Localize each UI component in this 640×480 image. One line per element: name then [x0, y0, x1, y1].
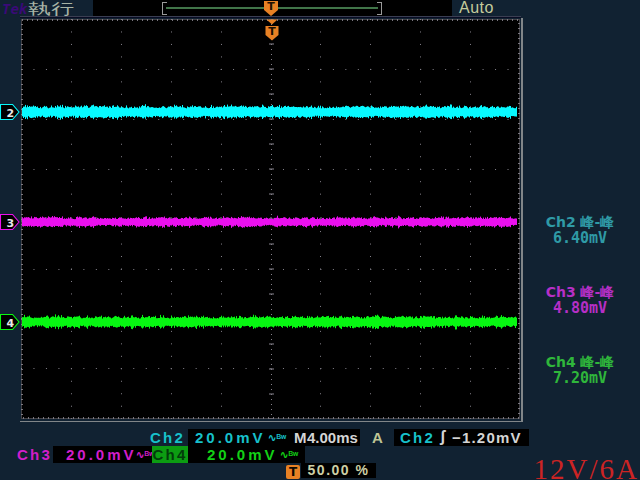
measurement-label: Ch3 峰-峰 [528, 284, 632, 300]
trigger-a-label: A [372, 429, 383, 446]
ch4-scale-box: 20.0mV∿ᴮʷ [188, 446, 305, 463]
channel-4-marker[interactable]: 4 [0, 314, 22, 332]
record-view-bar: T [93, 0, 452, 16]
ch3-label: Ch3 [17, 446, 52, 463]
ch2-scale: 20.0mV [195, 429, 266, 446]
bezel-right-line [521, 18, 523, 422]
trigger-mode-status: Auto [459, 0, 494, 17]
ch2-coupling-icon: ∿ᴮʷ [268, 429, 286, 446]
measurement-label: Ch2 峰-峰 [528, 214, 632, 230]
trigger-slope-icon: ʃ [440, 428, 445, 445]
svg-text:T: T [268, 25, 276, 38]
ch4-scale: 20.0mV [207, 446, 278, 463]
measurement-label: Ch4 峰-峰 [528, 354, 632, 370]
ch2-scale-box: 20.0mV∿ᴮʷM4.00ms [188, 429, 360, 446]
bezel-bottom-line [20, 421, 523, 422]
ch4-label-selected: Ch4 [152, 446, 188, 463]
trigger-position-icon: T [286, 465, 300, 479]
bezel-shadow-line [20, 17, 521, 18]
ch3-scale-box: 20.0mV∿ᴮʷ [53, 446, 152, 463]
measurement-value: 7.20mV [528, 370, 632, 386]
measurement-ch4: Ch4 峰-峰7.20mV [528, 354, 632, 386]
watermark-overlay: 12V/6A [534, 453, 639, 480]
timebase-label: M [294, 429, 307, 446]
timebase-value: 4.00ms [307, 429, 358, 446]
svg-text:2: 2 [7, 107, 15, 120]
trigger-readout-box: Ch2ʃ−1.20mV [394, 429, 529, 446]
measurement-ch2: Ch2 峰-峰6.40mV [528, 214, 632, 246]
record-window-right-bracket [377, 2, 382, 15]
oscilloscope-screen: Tek 執行 T Auto T 234 Ch2 峰-峰6.40mVCh3 峰-峰… [0, 0, 640, 480]
trigger-source: Ch2 [400, 429, 435, 446]
ch3-scale: 20.0mV [66, 446, 137, 463]
waveform-traces: T [21, 19, 520, 419]
channel-3-marker[interactable]: 3 [0, 214, 22, 232]
graticule: T [21, 19, 520, 419]
measurement-value: 6.40mV [528, 230, 632, 246]
measurement-ch3: Ch3 峰-峰4.80mV [528, 284, 632, 316]
channel-2-marker[interactable]: 2 [0, 104, 22, 122]
svg-text:4: 4 [7, 317, 15, 330]
trigger-level: −1.20mV [452, 429, 522, 446]
trigger-position-flag-icon[interactable]: T [264, 1, 278, 16]
trigger-position-value: 50.00 % [301, 463, 376, 478]
svg-text:3: 3 [7, 217, 15, 230]
ch2-label: Ch2 [150, 429, 185, 446]
tek-logo: Tek [2, 1, 27, 17]
measurement-value: 4.80mV [528, 300, 632, 316]
ch4-coupling-icon: ∿ᴮʷ [280, 446, 298, 463]
readout-row-1: Ch2 20.0mV∿ᴮʷM4.00ms A Ch2ʃ−1.20mV [0, 429, 640, 446]
